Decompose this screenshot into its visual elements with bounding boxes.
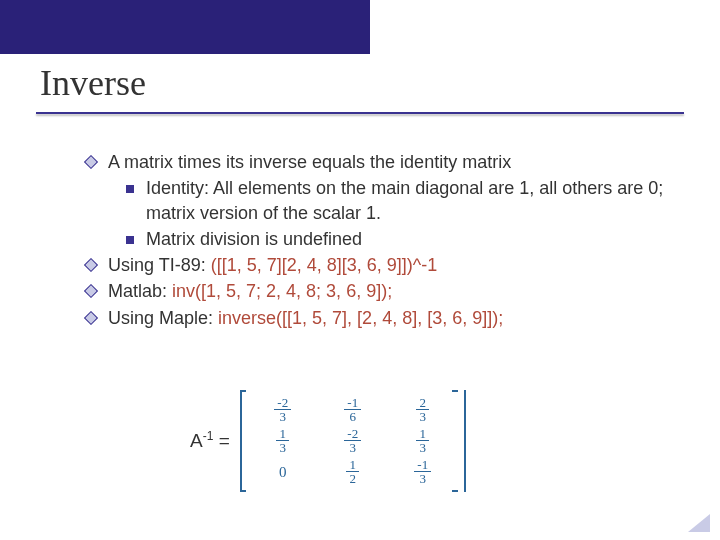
bullet-4-prefix: Using Maple:	[108, 308, 218, 328]
bullet-1b: Matrix division is undefined	[126, 227, 666, 251]
matrix-cell: -13	[388, 456, 458, 488]
bullet-2: Using TI-89: ([[1, 5, 7][2, 4, 8][3, 6, …	[86, 253, 666, 277]
matrix-cell: -23	[248, 394, 318, 425]
matrix-row: 13-2313	[248, 425, 458, 456]
bullet-1a-text: Identity: All elements on the main diago…	[146, 176, 666, 225]
slide-accent-bar	[0, 0, 370, 54]
matrix-cell: 0	[248, 456, 318, 488]
diamond-bullet-icon	[84, 311, 98, 325]
bullet-1b-text: Matrix division is undefined	[146, 227, 362, 251]
bullet-3-code: inv([1, 5, 7; 2, 4, 8; 3, 6, 9]);	[172, 281, 392, 301]
matrix-label-base: A	[190, 431, 203, 452]
matrix-label-exponent: -1	[203, 429, 214, 443]
bullet-1: A matrix times its inverse equals the id…	[86, 150, 666, 174]
bullet-1a: Identity: All elements on the main diago…	[126, 176, 666, 225]
inverse-matrix-display: A-1 = -23-162313-2313012-13	[190, 390, 466, 492]
slide-title: Inverse	[40, 62, 146, 104]
matrix-label: A-1 =	[190, 429, 230, 452]
slide-body: A matrix times its inverse equals the id…	[86, 150, 666, 332]
matrix-cell: -23	[318, 425, 388, 456]
square-bullet-icon	[126, 236, 134, 244]
bullet-4-text: Using Maple: inverse([[1, 5, 7], [2, 4, …	[108, 306, 503, 330]
diamond-bullet-icon	[84, 284, 98, 298]
matrix-cell: 23	[388, 394, 458, 425]
bullet-3-text: Matlab: inv([1, 5, 7; 2, 4, 8; 3, 6, 9])…	[108, 279, 392, 303]
matrix-cell: 13	[388, 425, 458, 456]
diamond-bullet-icon	[84, 258, 98, 272]
bullet-4: Using Maple: inverse([[1, 5, 7], [2, 4, …	[86, 306, 666, 330]
matrix-label-equals: =	[213, 431, 229, 452]
title-underline	[36, 112, 684, 114]
matrix-cell: -16	[318, 394, 388, 425]
matrix-brackets: -23-162313-2313012-13	[240, 390, 466, 492]
bullet-2-code: ([[1, 5, 7][2, 4, 8][3, 6, 9]])^-1	[211, 255, 438, 275]
matrix-row: 012-13	[248, 456, 458, 488]
square-bullet-icon	[126, 185, 134, 193]
matrix-cell: 13	[248, 425, 318, 456]
matrix-row: -23-1623	[248, 394, 458, 425]
bullet-2-text: Using TI-89: ([[1, 5, 7][2, 4, 8][3, 6, …	[108, 253, 437, 277]
page-corner-fold-icon	[678, 506, 712, 534]
bullet-4-code: inverse([[1, 5, 7], [2, 4, 8], [3, 6, 9]…	[218, 308, 503, 328]
bullet-1-text: A matrix times its inverse equals the id…	[108, 150, 511, 174]
bullet-2-prefix: Using TI-89:	[108, 255, 211, 275]
diamond-bullet-icon	[84, 155, 98, 169]
bullet-3: Matlab: inv([1, 5, 7; 2, 4, 8; 3, 6, 9])…	[86, 279, 666, 303]
matrix-cell: 12	[318, 456, 388, 488]
bullet-3-prefix: Matlab:	[108, 281, 172, 301]
